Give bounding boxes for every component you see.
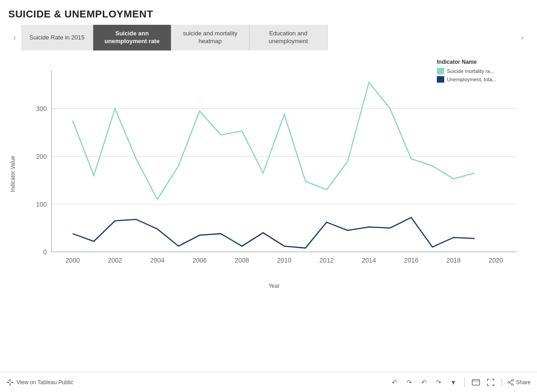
- footer-divider2: [502, 378, 502, 387]
- svg-rect-26: [11, 382, 13, 383]
- svg-text:300: 300: [36, 105, 47, 112]
- legend: Indicator Name Suicide mortality ra... U…: [437, 59, 529, 84]
- legend-item-unemployment: Unemployment, tota...: [437, 76, 529, 83]
- footer-controls: ↶ ↷ ↶ ↷ ▼: [389, 377, 531, 388]
- y-axis-label: Indicator Value: [8, 59, 17, 289]
- svg-point-31: [512, 384, 514, 386]
- legend-item-suicide: Suicide mortality ra...: [437, 68, 529, 74]
- undo-button[interactable]: ↶: [389, 377, 400, 388]
- tableau-icon: [6, 379, 14, 386]
- svg-text:100: 100: [36, 201, 47, 208]
- svg-line-33: [509, 381, 512, 382]
- redo2-button[interactable]: ↷: [433, 377, 444, 388]
- fullscreen-button[interactable]: [485, 377, 496, 388]
- legend-title: Indicator Name: [437, 59, 529, 65]
- tab-heatmap[interactable]: suicide and mortality heatmap: [171, 25, 249, 50]
- share-icon: [508, 379, 514, 386]
- tableau-label: View on Tableau Public: [17, 379, 73, 386]
- legend-swatch-suicide: [437, 68, 444, 74]
- legend-swatch-unemployment: [437, 76, 444, 83]
- chart-svg: 0100200300200020022004200620082010201220…: [19, 59, 529, 281]
- svg-text:2010: 2010: [277, 257, 291, 264]
- svg-text:2008: 2008: [235, 257, 249, 264]
- tab-bar: ‹ Suicide Rate in 2015 Suicide ann unemp…: [0, 25, 537, 50]
- svg-text:2000: 2000: [66, 257, 80, 264]
- embed-icon: [472, 379, 480, 386]
- tab-prev-arrow[interactable]: ‹: [8, 25, 21, 50]
- tab-suicide-unemployment[interactable]: Suicide ann unemployment rate: [93, 25, 171, 50]
- tab-education[interactable]: Education and unemployment: [249, 25, 328, 50]
- undo2-button[interactable]: ↶: [418, 377, 430, 388]
- tab-items: Suicide Rate in 2015 Suicide ann unemplo…: [21, 25, 516, 50]
- legend-label-suicide: Suicide mortality ra...: [447, 68, 494, 74]
- page-title: SUICIDE & UNEMPLOYMENT: [0, 0, 537, 25]
- embed-button[interactable]: [470, 377, 481, 388]
- svg-rect-27: [8, 380, 10, 381]
- chart-area: Indicator Value 010020030020002002200420…: [8, 59, 529, 289]
- svg-text:2012: 2012: [319, 257, 334, 264]
- chart-inner: 0100200300200020022004200620082010201220…: [19, 59, 529, 289]
- svg-rect-25: [7, 382, 9, 383]
- svg-line-34: [509, 382, 512, 384]
- x-axis-label: Year: [19, 283, 529, 289]
- svg-text:2004: 2004: [150, 257, 164, 264]
- svg-rect-23: [10, 379, 11, 381]
- share-button[interactable]: Share: [508, 379, 531, 386]
- svg-text:2014: 2014: [362, 257, 376, 264]
- svg-point-30: [512, 379, 514, 381]
- svg-rect-21: [437, 68, 444, 74]
- svg-text:2006: 2006: [192, 257, 207, 264]
- tab-next-arrow[interactable]: ›: [516, 25, 529, 50]
- tab-suicide-rate[interactable]: Suicide Rate in 2015: [21, 25, 93, 50]
- svg-rect-22: [437, 76, 444, 83]
- svg-text:2016: 2016: [404, 257, 418, 264]
- svg-text:2002: 2002: [108, 257, 122, 264]
- fullscreen-icon: [487, 379, 494, 386]
- svg-text:200: 200: [36, 153, 47, 160]
- svg-rect-24: [10, 383, 11, 386]
- tableau-link[interactable]: View on Tableau Public: [6, 379, 73, 386]
- redo-button[interactable]: ↷: [404, 377, 415, 388]
- legend-label-unemployment: Unemployment, tota...: [447, 77, 497, 82]
- share-label: Share: [516, 379, 531, 386]
- svg-text:2020: 2020: [489, 257, 503, 264]
- footer-divider: [464, 378, 465, 387]
- svg-text:0: 0: [43, 248, 47, 256]
- svg-rect-28: [472, 380, 480, 385]
- svg-text:2018: 2018: [447, 257, 461, 264]
- footer: View on Tableau Public ↶ ↷ ↶ ↷ ▼: [0, 372, 537, 392]
- svg-point-32: [508, 381, 509, 383]
- dropdown-button[interactable]: ▼: [448, 377, 459, 388]
